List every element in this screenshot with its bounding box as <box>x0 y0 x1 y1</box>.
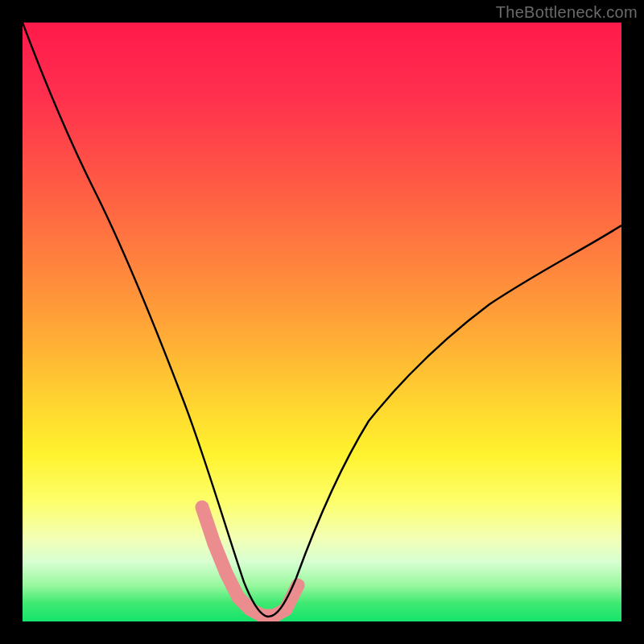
plot-area <box>23 23 621 621</box>
main-curve <box>23 23 621 617</box>
watermark-label: TheBottleneck.com <box>496 3 638 22</box>
highlight-band <box>202 507 298 616</box>
chart-frame: TheBottleneck.com <box>0 0 644 644</box>
curve-layer <box>23 23 621 621</box>
